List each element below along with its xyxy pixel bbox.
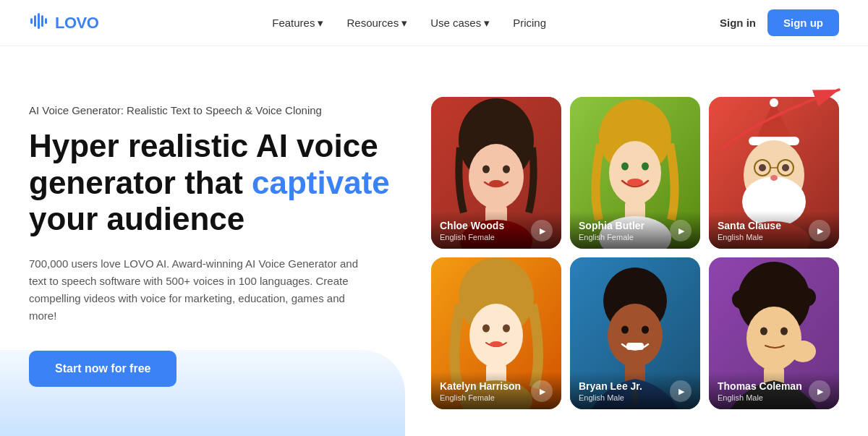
nav-pricing[interactable]: Pricing: [513, 17, 546, 29]
voice-info: Katelyn Harrison English Female: [440, 380, 521, 402]
svg-rect-1: [34, 15, 36, 27]
voice-card-katelyn[interactable]: Katelyn Harrison English Female: [431, 257, 561, 409]
play-button[interactable]: [670, 380, 692, 402]
play-button[interactable]: [531, 220, 553, 241]
svg-point-32: [770, 175, 778, 181]
logo-icon: [29, 11, 49, 35]
voice-card-overlay: Santa Clause English Male: [709, 211, 839, 249]
svg-point-56: [732, 290, 751, 309]
play-button[interactable]: [670, 220, 692, 241]
hero-title-text2: your audience: [29, 201, 244, 236]
hero-title: Hyper realistic AI voice generator that …: [29, 128, 391, 238]
logo-text: LOVO: [55, 14, 98, 33]
svg-point-7: [469, 144, 524, 209]
voice-info: Chloe Woods English Female: [440, 220, 504, 241]
svg-point-57: [746, 307, 801, 370]
svg-point-55: [797, 288, 816, 307]
voice-card-overlay: Thomas Coleman English Male: [709, 372, 839, 409]
main-content: AI Voice Generator: Realistic Text to Sp…: [0, 46, 868, 436]
signin-button[interactable]: Sign in: [720, 17, 756, 29]
nav-usecases[interactable]: Use cases ▾: [430, 17, 490, 30]
svg-rect-2: [38, 13, 40, 29]
voice-info: Santa Clause English Male: [718, 220, 781, 241]
voice-name: Katelyn Harrison: [440, 380, 521, 392]
voice-lang: English Male: [579, 393, 642, 402]
svg-point-16: [621, 163, 629, 171]
svg-rect-4: [45, 18, 47, 24]
cta-button[interactable]: Start now for free: [29, 351, 176, 387]
svg-point-59: [780, 328, 788, 335]
svg-point-58: [760, 328, 767, 335]
svg-point-17: [642, 163, 649, 171]
svg-point-44: [608, 304, 663, 367]
voice-lang: English Female: [440, 233, 504, 241]
voice-info: Thomas Coleman English Male: [718, 380, 802, 402]
navbar: LOVO Features ▾ Resources ▾ Use cases ▾ …: [0, 0, 868, 46]
voice-card-santa[interactable]: Santa Clause English Male: [709, 97, 839, 249]
signup-button[interactable]: Sign up: [767, 9, 839, 36]
voice-card-sophia[interactable]: Sophia Butler English Female: [570, 97, 700, 249]
hero-subtitle: AI Voice Generator: Realistic Text to Sp…: [29, 104, 391, 116]
voice-lang: English Male: [718, 393, 802, 402]
svg-point-45: [621, 326, 629, 334]
chevron-down-icon: ▾: [318, 17, 323, 30]
svg-point-18: [627, 179, 643, 186]
voice-info: Sophia Butler English Female: [579, 220, 644, 241]
svg-point-39: [490, 341, 503, 347]
voice-card-chloe[interactable]: Chloe Woods English Female: [431, 97, 561, 249]
play-button[interactable]: [531, 380, 553, 402]
svg-rect-3: [41, 15, 43, 27]
hero-section: AI Voice Generator: Realistic Text to Sp…: [29, 90, 420, 387]
voice-name: Sophia Butler: [579, 220, 644, 231]
svg-rect-0: [30, 18, 33, 24]
chevron-down-icon: ▾: [484, 17, 490, 30]
svg-point-30: [759, 164, 766, 171]
svg-point-60: [790, 341, 816, 362]
nav-actions: Sign in Sign up: [720, 9, 839, 36]
voice-name: Thomas Coleman: [718, 380, 802, 392]
voice-name: Santa Clause: [718, 220, 781, 231]
svg-rect-47: [626, 343, 644, 350]
svg-point-46: [642, 326, 649, 334]
nav-features[interactable]: Features ▾: [272, 17, 323, 30]
svg-point-37: [482, 325, 490, 333]
logo[interactable]: LOVO: [29, 11, 98, 35]
voice-lang: English Male: [718, 233, 781, 241]
voice-lang: English Female: [440, 393, 521, 402]
hero-description: 700,000 users love LOVO AI. Award-winnin…: [29, 255, 362, 325]
voice-card-overlay: Chloe Woods English Female: [431, 211, 561, 249]
svg-point-38: [503, 325, 510, 333]
play-button[interactable]: [809, 380, 830, 402]
voice-card-overlay: Bryan Lee Jr. English Male: [570, 372, 700, 409]
voice-card-bryan[interactable]: Bryan Lee Jr. English Male: [570, 257, 700, 409]
svg-point-24: [770, 98, 778, 107]
svg-point-10: [489, 180, 503, 187]
svg-point-8: [482, 166, 490, 174]
svg-point-15: [609, 141, 661, 205]
voice-name: Chloe Woods: [440, 220, 504, 231]
voice-card-overlay: Sophia Butler English Female: [570, 211, 700, 249]
voice-card-overlay: Katelyn Harrison English Female: [431, 372, 561, 409]
nav-resources[interactable]: Resources ▾: [346, 17, 407, 30]
voice-info: Bryan Lee Jr. English Male: [579, 380, 642, 402]
voice-grid: Chloe Woods English Female: [431, 90, 839, 409]
svg-point-31: [782, 164, 789, 171]
voice-name: Bryan Lee Jr.: [579, 380, 642, 392]
hero-title-highlight: captivate: [252, 165, 390, 200]
nav-links: Features ▾ Resources ▾ Use cases ▾ Prici…: [272, 17, 546, 30]
play-button[interactable]: [809, 220, 830, 241]
voice-card-thomas[interactable]: Thomas Coleman English Male: [709, 257, 839, 409]
chevron-down-icon: ▾: [401, 17, 407, 30]
voice-lang: English Female: [579, 233, 644, 241]
svg-point-9: [503, 166, 510, 174]
svg-point-36: [469, 304, 523, 367]
